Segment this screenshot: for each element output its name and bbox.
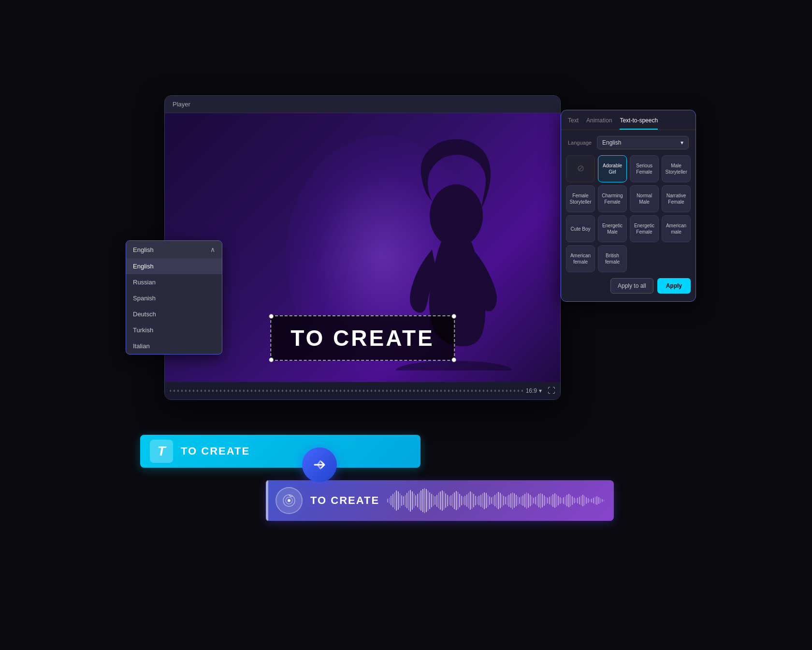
player-content: TO CREATE 16:9 ▾ ⛶ bbox=[165, 113, 560, 399]
chevron-up-icon: ∧ bbox=[210, 246, 215, 253]
voice-card-adorable-girl[interactable]: Adorable Girl bbox=[598, 155, 627, 182]
apply-all-button[interactable]: Apply to all bbox=[610, 278, 653, 294]
voice-card-energetic-male[interactable]: Energetic Male bbox=[598, 215, 627, 242]
video-main-text: TO CREATE bbox=[290, 325, 435, 351]
tts-language-select[interactable]: English ▾ bbox=[597, 136, 689, 149]
voice-card-cute-boy[interactable]: Cute Boy bbox=[566, 215, 595, 242]
tts-language-label: Language bbox=[568, 140, 593, 146]
voice-card-energetic-female[interactable]: Energetic Female bbox=[630, 215, 659, 242]
player-window: Player bbox=[164, 95, 561, 400]
apply-button[interactable]: Apply bbox=[657, 278, 691, 294]
audio-track-bar: TO CREATE bbox=[266, 480, 614, 521]
tab-tts[interactable]: Text-to-speech bbox=[620, 117, 658, 130]
tts-language-value: English bbox=[602, 139, 621, 146]
voice-card-female-storyteller[interactable]: Female Storyteller bbox=[566, 185, 595, 212]
lang-option-turkish[interactable]: Turkish bbox=[126, 322, 222, 338]
voice-card-charming-female[interactable]: Charming Female bbox=[598, 185, 627, 212]
timeline-track[interactable] bbox=[170, 390, 524, 392]
chevron-down-icon: ▾ bbox=[539, 387, 542, 394]
tab-text[interactable]: Text bbox=[568, 117, 579, 130]
text-track-label: TO CREATE bbox=[181, 445, 250, 458]
svg-point-0 bbox=[396, 361, 512, 370]
aspect-ratio-display[interactable]: 16:9 ▾ bbox=[526, 387, 542, 394]
chevron-down-icon: ▾ bbox=[681, 139, 683, 146]
video-text-overlay[interactable]: TO CREATE bbox=[270, 315, 455, 361]
text-track-icon: T bbox=[150, 440, 173, 463]
language-dropdown[interactable]: English ∧ English Russian Spanish Deutsc… bbox=[126, 240, 222, 355]
text-track-bar: T TO CREATE bbox=[140, 435, 420, 468]
audio-waveform bbox=[387, 488, 604, 513]
tab-animation[interactable]: Animation bbox=[586, 117, 612, 130]
player-title: Player bbox=[173, 101, 190, 108]
voice-card-serious-female[interactable]: Serious Female bbox=[630, 155, 659, 182]
handle-bl[interactable] bbox=[269, 357, 274, 362]
language-dropdown-header[interactable]: English ∧ bbox=[126, 241, 222, 258]
lang-option-italian[interactable]: Italian bbox=[126, 338, 222, 354]
voice-card-none[interactable]: ⊘ bbox=[566, 155, 595, 182]
svg-point-1 bbox=[430, 184, 483, 247]
voice-card-american-female[interactable]: American female bbox=[566, 245, 595, 272]
no-voice-icon: ⊘ bbox=[577, 163, 584, 174]
audio-track-border bbox=[266, 480, 268, 521]
voice-card-male-storyteller[interactable]: Male Storyteller bbox=[662, 155, 691, 182]
voice-card-normal-male[interactable]: Normal Male bbox=[630, 185, 659, 212]
tts-panel: Text Animation Text-to-speech Language E… bbox=[561, 110, 696, 302]
lang-option-russian[interactable]: Russian bbox=[126, 274, 222, 290]
voice-card-british-female[interactable]: British female bbox=[598, 245, 627, 272]
voice-grid: ⊘ Adorable Girl Serious Female Male Stor… bbox=[561, 155, 696, 272]
fullscreen-button[interactable]: ⛶ bbox=[548, 386, 555, 395]
tts-actions: Apply to all Apply bbox=[561, 278, 696, 294]
audio-track-label: TO CREATE bbox=[310, 494, 379, 507]
tts-language-row: Language English ▾ bbox=[561, 136, 696, 149]
timeline-bar: 16:9 ▾ ⛶ bbox=[165, 382, 560, 399]
voice-card-american-male[interactable]: American male bbox=[662, 215, 691, 242]
lang-option-spanish[interactable]: Spanish bbox=[126, 290, 222, 306]
handle-br[interactable] bbox=[451, 357, 456, 362]
lang-option-deutsch[interactable]: Deutsch bbox=[126, 306, 222, 322]
handle-tl[interactable] bbox=[269, 314, 274, 319]
svg-point-4 bbox=[288, 499, 290, 502]
lang-option-english[interactable]: English bbox=[126, 258, 222, 274]
language-selected-value: English bbox=[133, 246, 154, 253]
tts-tabs: Text Animation Text-to-speech bbox=[561, 110, 696, 130]
voice-card-narrative-female[interactable]: Narrative Female bbox=[662, 185, 691, 212]
handle-tr[interactable] bbox=[451, 314, 456, 319]
audio-track-icon bbox=[276, 487, 303, 514]
convert-arrow-button[interactable] bbox=[302, 447, 337, 482]
player-titlebar: Player bbox=[165, 96, 560, 113]
